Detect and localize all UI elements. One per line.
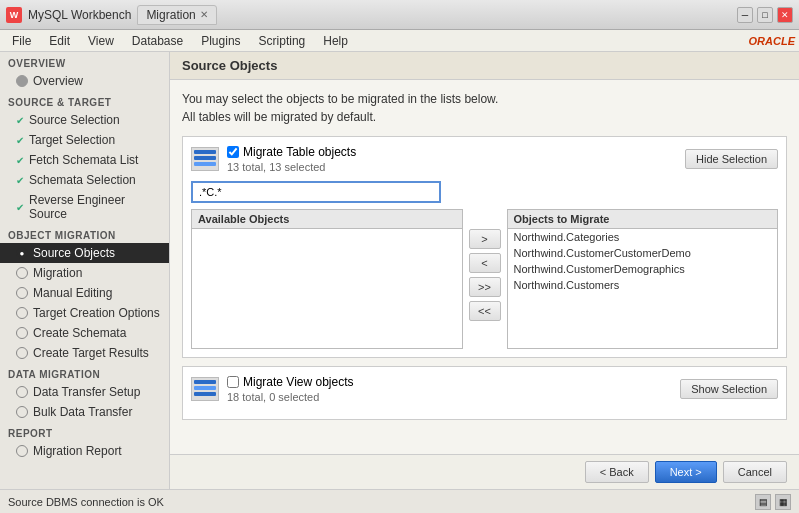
report-section-title: REPORT [0,422,169,441]
table-count: 13 total, 13 selected [227,161,356,173]
source-target-section-title: SOURCE & TARGET [0,91,169,110]
sidebar: OVERVIEW Overview SOURCE & TARGET ✔ Sour… [0,52,170,489]
circle-icon [16,307,28,319]
sidebar-item-overview[interactable]: Overview [0,71,169,91]
migrate-table-checkbox[interactable] [227,146,239,158]
list-item[interactable]: Northwind.CustomerCustomerDemo [508,245,778,261]
maximize-button[interactable]: □ [757,7,773,23]
migrate-view-label: Migrate View objects [243,375,354,389]
sidebar-item-label: Create Target Results [33,346,149,360]
minimize-button[interactable]: ─ [737,7,753,23]
circle-icon [16,347,28,359]
sidebar-item-label: Data Transfer Setup [33,385,140,399]
check-icon: ✔ [16,135,24,146]
migration-tab[interactable]: Migration ✕ [137,5,216,25]
overview-icon [16,75,28,87]
migrate-table-checkbox-label[interactable]: Migrate Table objects [227,145,356,159]
circle-icon [16,406,28,418]
sidebar-item-data-transfer-setup[interactable]: Data Transfer Setup [0,382,169,402]
circle-icon [16,327,28,339]
menu-file[interactable]: File [4,32,39,50]
table-db-icon [191,147,219,171]
sidebar-item-create-target-results[interactable]: Create Target Results [0,343,169,363]
menu-edit[interactable]: Edit [41,32,78,50]
circle-icon [16,445,28,457]
sidebar-item-schemata-selection[interactable]: ✔ Schemata Selection [0,170,169,190]
show-selection-button[interactable]: Show Selection [680,379,778,399]
sidebar-item-source-selection[interactable]: ✔ Source Selection [0,110,169,130]
status-text: Source DBMS connection is OK [8,496,164,508]
list-item[interactable]: Northwind.Customers [508,277,778,293]
view-migration-section: Migrate View objects 18 total, 0 selecte… [182,366,787,420]
list-item[interactable]: Northwind.CustomerDemographics [508,261,778,277]
sidebar-item-fetch-schemata[interactable]: ✔ Fetch Schemata List [0,150,169,170]
title-bar: W MySQL Workbench Migration ✕ ─ □ ✕ [0,0,799,30]
sidebar-item-create-schemata[interactable]: Create Schemata [0,323,169,343]
tab-close-icon[interactable]: ✕ [200,9,208,20]
migrate-view-checkbox[interactable] [227,376,239,388]
transfer-right-button[interactable]: > [469,229,501,249]
db-icon-row3 [194,392,216,396]
available-objects-panel: Available Objects [191,209,463,349]
check-icon: ✔ [16,175,24,186]
title-bar-left: W MySQL Workbench Migration ✕ [6,5,217,25]
sidebar-item-label: Migration [33,266,82,280]
check-icon: ✔ [16,115,24,126]
sidebar-item-reverse-engineer[interactable]: ✔ Reverse Engineer Source [0,190,169,224]
main-layout: OVERVIEW Overview SOURCE & TARGET ✔ Sour… [0,52,799,489]
db-icon-row2 [194,156,216,160]
list-item[interactable]: Northwind.Categories [508,229,778,245]
next-button[interactable]: Next > [655,461,717,483]
navigation-buttons: < Back Next > Cancel [170,454,799,489]
sidebar-item-label: Overview [33,74,83,88]
sidebar-item-label: Target Selection [29,133,115,147]
menu-database[interactable]: Database [124,32,191,50]
content-area: Source Objects You may select the object… [170,52,799,489]
transfer-all-left-button[interactable]: << [469,301,501,321]
circle-icon [16,267,28,279]
circle-icon [16,287,28,299]
sidebar-item-label: Target Creation Options [33,306,160,320]
sidebar-item-migration[interactable]: Migration [0,263,169,283]
migrate-table-label: Migrate Table objects [243,145,356,159]
tab-bar: Migration ✕ [137,5,216,25]
overview-section-title: OVERVIEW [0,52,169,71]
menu-plugins[interactable]: Plugins [193,32,248,50]
table-migration-section: Migrate Table objects 13 total, 13 selec… [182,136,787,358]
sidebar-item-migration-report[interactable]: Migration Report [0,441,169,461]
view-count: 18 total, 0 selected [227,391,354,403]
view-section-info: Migrate View objects 18 total, 0 selecte… [227,375,354,403]
transfer-buttons: > < >> << [469,209,501,321]
content-body: You may select the objects to be migrate… [170,80,799,454]
status-icon-2: ▦ [775,494,791,510]
menu-help[interactable]: Help [315,32,356,50]
sidebar-item-target-selection[interactable]: ✔ Target Selection [0,130,169,150]
active-icon: ● [16,247,28,259]
sidebar-item-source-objects[interactable]: ● Source Objects [0,243,169,263]
cancel-button[interactable]: Cancel [723,461,787,483]
hide-selection-button[interactable]: Hide Selection [685,149,778,169]
app-icon: W [6,7,22,23]
content-header: Source Objects [170,52,799,80]
view-section-header: Migrate View objects 18 total, 0 selecte… [191,375,778,403]
sidebar-item-label: Bulk Data Transfer [33,405,132,419]
filter-input[interactable] [191,181,441,203]
description: You may select the objects to be migrate… [182,90,787,126]
migrate-view-checkbox-label[interactable]: Migrate View objects [227,375,354,389]
objects-to-migrate-panel: Objects to Migrate Northwind.Categories … [507,209,779,349]
sidebar-item-label: Source Selection [29,113,120,127]
back-button[interactable]: < Back [585,461,649,483]
sidebar-item-bulk-data-transfer[interactable]: Bulk Data Transfer [0,402,169,422]
status-right: ▤ ▦ [755,494,791,510]
objects-to-migrate-header: Objects to Migrate [508,210,778,229]
status-bar: Source DBMS connection is OK ▤ ▦ [0,489,799,513]
transfer-all-right-button[interactable]: >> [469,277,501,297]
sidebar-item-target-creation-options[interactable]: Target Creation Options [0,303,169,323]
sidebar-item-manual-editing[interactable]: Manual Editing [0,283,169,303]
window-controls: ─ □ ✕ [737,7,793,23]
menu-view[interactable]: View [80,32,122,50]
transfer-left-button[interactable]: < [469,253,501,273]
oracle-logo: ORACLE [749,35,795,47]
menu-scripting[interactable]: Scripting [251,32,314,50]
close-button[interactable]: ✕ [777,7,793,23]
